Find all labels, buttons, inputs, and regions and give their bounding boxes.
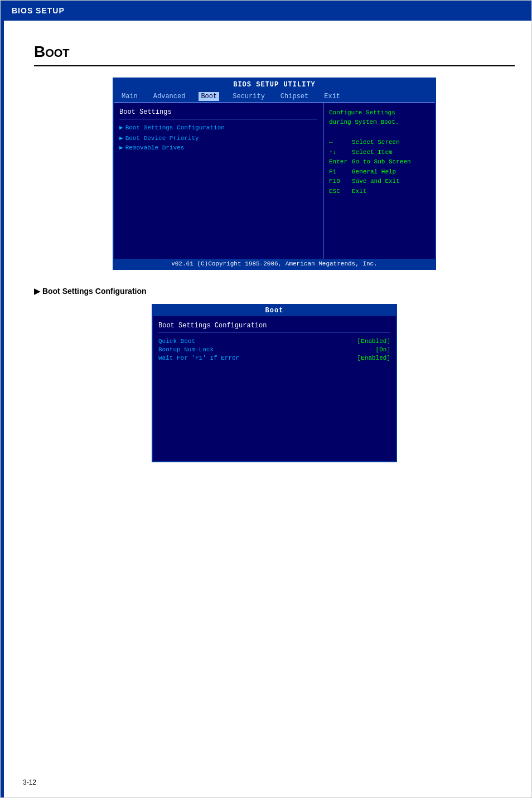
bios-sub-entry-num-lock[interactable]: Bootup Num-Lock [On] (158, 346, 390, 353)
key-arrows-ud: ↑↓ (329, 148, 349, 158)
arrow-icon-3: ▶ (119, 144, 123, 151)
key-desc-save-exit: Save and Exit (352, 177, 400, 187)
content-area: Boot BIOS SETUP UTILITY Main Advanced Bo… (17, 21, 531, 501)
bios-sub-entry-wait-f1[interactable]: Wait For 'F1' If Error [Enabled] (158, 355, 390, 361)
key-row-select-item: ↑↓ Select Item (329, 148, 429, 158)
bios-menu-bar: Main Advanced Boot Security Chipset Exit (114, 91, 435, 103)
bios-right-panel: Configure Settingsduring System Boot. ↔ … (323, 103, 435, 259)
arrow-icon: ▶ (119, 124, 123, 131)
top-header: BIOS SETUP (1, 1, 531, 21)
key-desc-select-item: Select Item (352, 148, 393, 158)
key-row-f10: F10 Save and Exit (329, 177, 429, 187)
bios-sub-value-wait-f1: [Enabled] (357, 355, 390, 361)
bios-sub-label-wait-f1: Wait For 'F1' If Error (158, 355, 239, 361)
bios-sub-section-title: Boot Settings Configuration (158, 322, 390, 330)
key-row-f1: F1 General Help (329, 167, 429, 177)
bios-body: Boot Settings ▶ Boot Settings Configurat… (114, 103, 435, 259)
key-desc-select-screen: Select Screen (352, 138, 400, 148)
page-title: Boot (34, 43, 515, 61)
bios-footer: v02.61 (C)Copyright 1985-2006, American … (114, 259, 435, 269)
bios-sub-entry-quick-boot[interactable]: Quick Boot [Enabled] (158, 338, 390, 345)
bios-utility-title: BIOS SETUP UTILITY (114, 79, 435, 91)
key-desc-go-sub: Go to Sub Screen (352, 157, 411, 167)
bios-sub-box: Boot Boot Settings Configuration Quick B… (152, 304, 397, 462)
page-number: 3-12 (23, 778, 36, 786)
bios-menu-main[interactable]: Main (119, 92, 140, 101)
bios-sub-body: Boot Settings Configuration Quick Boot [… (153, 316, 396, 461)
bios-menu-boot[interactable]: Boot (199, 92, 219, 101)
title-rule (34, 65, 515, 66)
key-desc-general-help: General Help (352, 167, 396, 177)
bios-sub-value-num-lock: [On] (376, 346, 390, 353)
key-row-esc: ESC Exit (329, 187, 429, 197)
bios-entry-boot-settings-config[interactable]: ▶ Boot Settings Configuration (119, 124, 317, 131)
bios-sub-title: Boot (153, 305, 396, 316)
bios-sub-label-num-lock: Bootup Num-Lock (158, 346, 214, 353)
key-f1: F1 (329, 167, 349, 177)
bios-utility-box: BIOS SETUP UTILITY Main Advanced Boot Se… (113, 78, 436, 270)
bios-divider (119, 119, 317, 119)
bios-entry-label-2: Boot Device Priority (125, 135, 199, 142)
key-row-select-screen: ↔ Select Screen (329, 138, 429, 148)
bios-menu-security[interactable]: Security (230, 92, 267, 101)
bios-sub-title-text: Boot (265, 307, 284, 315)
key-arrows-lr: ↔ (329, 138, 349, 148)
key-desc-exit: Exit (352, 187, 366, 197)
bios-key-help: ↔ Select Screen ↑↓ Select Item Enter Go … (329, 138, 429, 197)
bios-menu-advanced[interactable]: Advanced (151, 92, 188, 101)
key-esc: ESC (329, 187, 349, 197)
bios-entry-removable-drives[interactable]: ▶ Removable Drives (119, 144, 317, 151)
section-header-boot-config: ▶ Boot Settings Configuration (34, 287, 515, 296)
bios-help-text: Configure Settingsduring System Boot. (329, 108, 429, 127)
bios-sub-label-quick-boot: Quick Boot (158, 338, 195, 345)
key-row-enter: Enter Go to Sub Screen (329, 157, 429, 167)
key-enter: Enter (329, 157, 349, 167)
bios-entry-label-1: Boot Settings Configuration (125, 124, 225, 131)
bios-menu-exit[interactable]: Exit (322, 92, 342, 101)
bios-sub-value-quick-boot: [Enabled] (357, 338, 390, 345)
key-f10: F10 (329, 177, 349, 187)
arrow-icon-2: ▶ (119, 134, 123, 142)
bios-sub-divider (158, 332, 390, 332)
bios-entry-label-3: Removable Drives (125, 144, 185, 151)
bios-entry-boot-device-priority[interactable]: ▶ Boot Device Priority (119, 134, 317, 142)
page-wrapper: BIOS SETUP Boot BIOS SETUP UTILITY Main … (0, 0, 532, 798)
blue-bar-left (1, 1, 4, 797)
page-header-title: BIOS SETUP (12, 6, 65, 15)
bios-section-title: Boot Settings (119, 108, 317, 116)
bios-menu-chipset[interactable]: Chipset (278, 92, 311, 101)
bios-left-panel: Boot Settings ▶ Boot Settings Configurat… (114, 103, 323, 259)
